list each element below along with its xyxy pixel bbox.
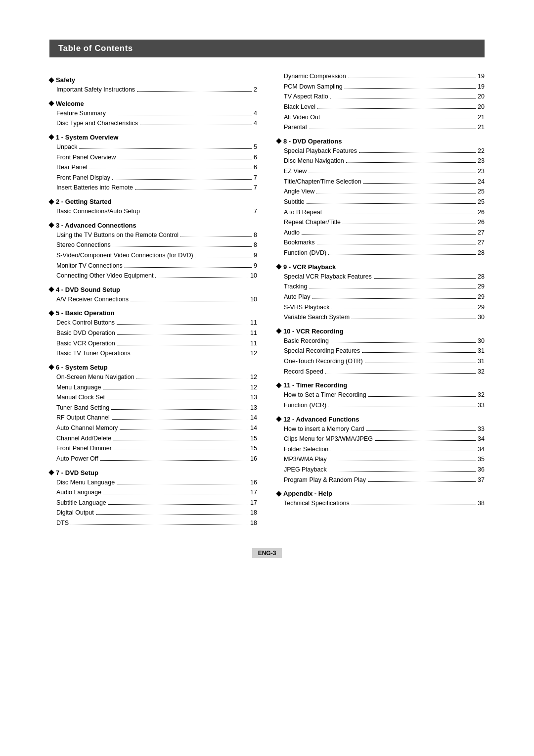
section-header: 10 - VCR Recording: [277, 328, 485, 335]
toc-item: Auto Play29: [277, 292, 485, 302]
toc-item-label: Audio: [284, 228, 300, 238]
toc-item: Menu Language12: [49, 382, 257, 393]
toc-item: A/V Receiver Connections10: [49, 294, 257, 305]
diamond-icon: [276, 416, 281, 422]
toc-item-label: MP3/WMA Play: [284, 454, 327, 465]
diamond-icon: [48, 77, 54, 83]
toc-dots: [328, 254, 476, 255]
toc-item-label: Rear Panel: [56, 162, 88, 173]
toc-page-number: 30: [478, 312, 485, 323]
toc-dots: [330, 451, 476, 451]
toc-dots: [131, 301, 248, 301]
toc-page-number: 16: [250, 454, 257, 464]
section-header: 12 - Advanced Functions: [277, 416, 485, 423]
right-column: Dynamic Compression19PCM Down Sampling19…: [277, 71, 485, 528]
diamond-icon: [276, 491, 281, 496]
toc-item: Subtitle25: [277, 197, 485, 207]
toc-page-number: 29: [478, 302, 485, 313]
toc-dots: [142, 213, 252, 213]
toc-item: JPEG Playback36: [277, 465, 485, 475]
toc-item: One-Touch Recording (OTR)31: [277, 356, 485, 367]
toc-page-number: 22: [478, 146, 485, 156]
toc-item: Special Playback Features22: [277, 146, 485, 156]
toc-item-label: Record Speed: [284, 367, 323, 377]
toc-page-number: 23: [478, 156, 485, 166]
toc-page-number: 15: [250, 433, 257, 444]
toc-dots: [140, 125, 252, 125]
toc-item-label: Disc Menu Navigation: [284, 156, 344, 166]
toc-item: Manual Clock Set13: [49, 392, 257, 403]
toc-item: S-VHS Playback29: [277, 302, 485, 313]
toc-item-label: Dynamic Compression: [284, 71, 346, 82]
toc-page-number: 11: [250, 338, 257, 349]
toc-dots: [331, 309, 476, 309]
toc-dots: [107, 399, 248, 399]
toc-page-number: 13: [250, 392, 257, 403]
toc-item: Alt Video Out21: [277, 112, 485, 123]
toc-item: Black Level20: [277, 102, 485, 112]
toc-item-label: Channel Add/Delete: [56, 433, 111, 444]
toc-page-number: 11: [250, 328, 257, 338]
toc-item-label: Auto Play: [284, 292, 311, 302]
toc-dots: [309, 288, 476, 288]
toc-item-label: Digital Output: [56, 508, 94, 518]
toc-page-number: 6: [254, 162, 257, 173]
toc-dots: [317, 244, 476, 244]
toc-page-number: 33: [478, 400, 485, 411]
toc-page-number: 19: [478, 71, 485, 82]
toc-dots: [117, 484, 248, 484]
toc-dots: [309, 129, 476, 129]
diamond-icon: [48, 135, 54, 140]
toc-dots: [325, 373, 476, 374]
toc-page-number: 37: [478, 475, 485, 485]
diamond-icon: [276, 139, 281, 144]
toc-item: Variable Search System30: [277, 312, 485, 323]
toc-item: Program Play & Random Play37: [277, 475, 485, 485]
toc-page-number: 12: [250, 382, 257, 393]
toc-item: Basic Connections/Auto Setup7: [49, 206, 257, 217]
toc-dots: [96, 514, 248, 515]
toc-dots: [365, 363, 476, 363]
toc-item: Disc Type and Characteristics4: [49, 118, 257, 129]
toc-page-number: 31: [478, 346, 485, 356]
toc-page-number: 33: [478, 424, 485, 434]
toc-item: Subtitle Language17: [49, 498, 257, 508]
toc-item: Disc Menu Navigation23: [277, 156, 485, 166]
toc-item: Special Recording Features31: [277, 346, 485, 356]
toc-item-label: Auto Power Off: [56, 454, 98, 464]
toc-item-label: Front Panel Display: [56, 173, 110, 183]
toc-page-number: 7: [254, 183, 257, 193]
toc-page-number: 17: [250, 487, 257, 498]
toc-item-label: Unpack: [56, 142, 77, 152]
toc-item: Disc Menu Language16: [49, 477, 257, 488]
toc-dots: [118, 159, 252, 159]
left-column: SafetyImportant Safety Instructions2Welc…: [49, 71, 257, 528]
toc-item-label: Tracking: [284, 282, 307, 292]
toc-page-number: 17: [250, 498, 257, 508]
toc-page-number: 36: [478, 465, 485, 475]
toc-dots: [136, 378, 248, 379]
toc-page-number: 2: [254, 85, 257, 95]
toc-page-number: 18: [250, 518, 257, 528]
diamond-icon: [48, 365, 54, 370]
toc-page-number: 23: [478, 166, 485, 177]
toc-item: Channel Add/Delete15: [49, 433, 257, 444]
toc-page-number: 20: [478, 102, 485, 112]
toc-dots: [117, 334, 248, 335]
toc-item: Repeat Chapter/Title26: [277, 217, 485, 228]
toc-item: Technical Specifications38: [277, 498, 485, 509]
toc-item-label: Important Safety Instructions: [56, 85, 135, 95]
section-header: 5 - Basic Operation: [49, 309, 257, 317]
toc-item-label: Title/Chapter/Time Selection: [284, 177, 361, 187]
toc-dots: [331, 342, 476, 343]
toc-item-label: Connecting Other Video Equipment: [56, 271, 153, 281]
table-of-contents-title: Table of Contents: [49, 40, 485, 57]
toc-dots: [103, 494, 248, 494]
toc-item-label: TV Aspect Ratio: [284, 92, 328, 102]
toc-item-label: On-Screen Menu Navigation: [56, 372, 134, 382]
toc-item: Audio Language17: [49, 487, 257, 498]
toc-page-number: 32: [478, 390, 485, 400]
toc-item: Unpack5: [49, 142, 257, 152]
toc-dots: [329, 471, 476, 472]
toc-dots: [71, 524, 248, 525]
